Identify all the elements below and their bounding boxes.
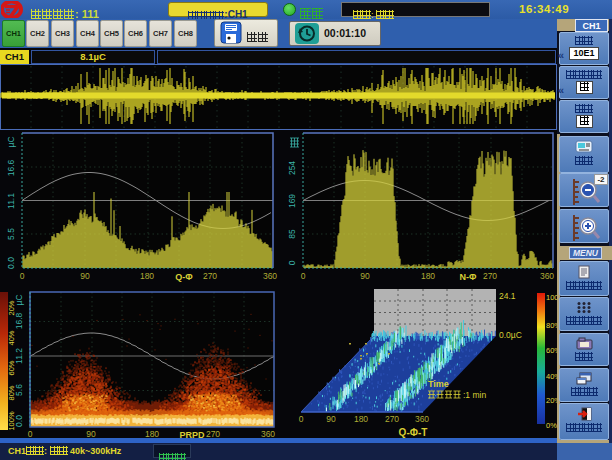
svg-text:µC: µC — [6, 136, 16, 147]
svg-text:Time: Time — [428, 379, 449, 389]
svg-text:0.0: 0.0 — [6, 257, 16, 269]
svg-text:0.0µC: 0.0µC — [499, 330, 522, 340]
svg-text:254: 254 — [287, 161, 297, 175]
svg-text:0: 0 — [20, 271, 25, 281]
svg-text:180: 180 — [421, 271, 435, 281]
svg-text:40%: 40% — [546, 372, 557, 381]
svg-text:0: 0 — [287, 260, 297, 265]
svg-text:270: 270 — [385, 414, 399, 424]
svg-text:µC: µC — [14, 294, 24, 305]
svg-text:180: 180 — [140, 271, 154, 281]
svg-text:270: 270 — [203, 271, 217, 281]
svg-text:180: 180 — [145, 429, 159, 438]
svg-text:5.6: 5.6 — [14, 384, 24, 396]
svg-text:Q-Φ: Q-Φ — [175, 272, 193, 282]
svg-text:5.5: 5.5 — [6, 228, 16, 240]
svg-text:80%: 80% — [546, 321, 557, 330]
svg-text:360: 360 — [261, 429, 275, 438]
svg-text:16.6: 16.6 — [6, 159, 16, 176]
svg-text:270: 270 — [483, 271, 497, 281]
svg-text:90: 90 — [86, 429, 96, 438]
svg-text:Q-Φ-T: Q-Φ-T — [399, 427, 428, 438]
svg-text:90: 90 — [360, 271, 370, 281]
svg-text:0.0: 0.0 — [14, 415, 24, 427]
svg-text:360: 360 — [263, 271, 277, 281]
svg-text:100%: 100% — [546, 293, 557, 302]
svg-text:11.1: 11.1 — [6, 193, 16, 209]
svg-text:169: 169 — [287, 194, 297, 208]
svg-text:360: 360 — [415, 414, 429, 424]
svg-text:60%: 60% — [546, 346, 557, 355]
svg-text:16.8: 16.8 — [14, 312, 24, 329]
svg-text:85: 85 — [287, 229, 297, 239]
svg-text:0: 0 — [301, 271, 306, 281]
svg-text:360: 360 — [540, 271, 554, 281]
svg-text:20%: 20% — [546, 396, 557, 405]
svg-text:PRPD: PRPD — [179, 430, 205, 438]
svg-text:90: 90 — [326, 414, 336, 424]
svg-text:N-Φ: N-Φ — [460, 272, 477, 282]
svg-text:0: 0 — [299, 414, 304, 424]
svg-text:24.1: 24.1 — [499, 291, 516, 301]
svg-text:11.2: 11.2 — [14, 348, 24, 364]
svg-text::1 min: :1 min — [463, 390, 486, 400]
svg-text:0%: 0% — [546, 421, 557, 430]
svg-text:180: 180 — [354, 414, 368, 424]
svg-text:90: 90 — [80, 271, 90, 281]
svg-text:0: 0 — [28, 429, 33, 438]
svg-text:270: 270 — [206, 429, 220, 438]
